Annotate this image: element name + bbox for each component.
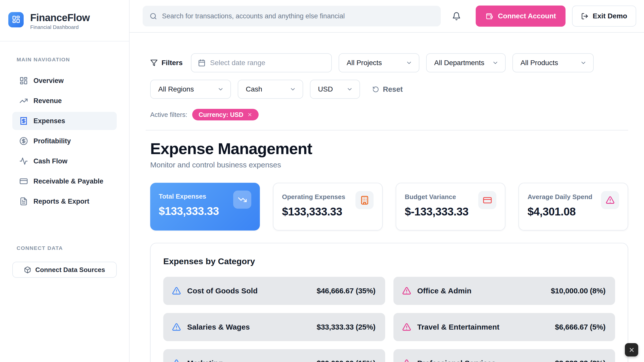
topbar-actions: Connect Account Exit Demo xyxy=(476,6,636,27)
sidebar-item-receivable-payable[interactable]: Receivable & Payable xyxy=(12,172,117,190)
sidebar-item-label: Expenses xyxy=(33,117,65,125)
date-range-input[interactable]: Select date range xyxy=(191,53,332,72)
category-row-professional-services[interactable]: Professional Services $3,333.33 (3%) xyxy=(393,349,615,362)
connect-data-sources-label: Connect Data Sources xyxy=(35,266,105,274)
search-input[interactable] xyxy=(162,12,434,20)
sidebar-item-label: Receivable & Payable xyxy=(33,177,103,185)
chevron-down-icon xyxy=(212,86,224,93)
projects-select-value: All Projects xyxy=(347,59,382,67)
connect-account-button[interactable]: Connect Account xyxy=(476,6,566,27)
departments-select[interactable]: All Departments xyxy=(426,53,506,72)
date-range-placeholder: Select date range xyxy=(210,59,265,67)
app-root: FinanceFlow Financial Dashboard MAIN NAV… xyxy=(0,0,644,362)
file-text-icon xyxy=(19,197,28,206)
alert-triangle-icon xyxy=(402,359,411,362)
currency-select[interactable]: USD xyxy=(310,80,360,99)
sidebar-item-label: Revenue xyxy=(33,97,62,105)
alert-triangle-icon xyxy=(601,191,619,209)
brand-name: FinanceFlow xyxy=(30,12,90,23)
circle-dollar-icon xyxy=(19,137,28,145)
category-row-marketing[interactable]: Marketing $20,000.00 (15%) xyxy=(163,349,385,362)
chevron-down-icon xyxy=(341,86,353,93)
sidebar-item-label: Reports & Export xyxy=(33,198,89,205)
stat-label: Operating Expenses xyxy=(282,193,345,201)
close-overlay-button[interactable] xyxy=(625,343,638,356)
connect-data-sources-button[interactable]: Connect Data Sources xyxy=(12,262,117,278)
chip-label: Currency: USD xyxy=(198,111,243,118)
regions-select-value: All Regions xyxy=(158,85,194,93)
trending-down-icon xyxy=(233,191,251,209)
stat-card-operating-expenses[interactable]: Operating Expenses $133,333.33 xyxy=(273,183,383,231)
category-row-travel-entertainment[interactable]: Travel & Entertainment $6,666.67 (5%) xyxy=(393,313,615,341)
alert-triangle-icon xyxy=(402,323,411,332)
alert-triangle-icon xyxy=(172,323,181,332)
stat-value: $133,333.33 xyxy=(159,205,219,217)
stat-value: $133,333.33 xyxy=(282,205,345,218)
calendar-icon xyxy=(198,59,206,67)
sidebar-item-label: Profitability xyxy=(33,137,71,145)
projects-select[interactable]: All Projects xyxy=(339,53,419,72)
brand-header: FinanceFlow Financial Dashboard xyxy=(0,0,129,41)
stat-value: $4,301.08 xyxy=(528,205,592,218)
chevron-down-icon xyxy=(575,60,587,66)
category-value: $20,000.00 (15%) xyxy=(317,359,376,362)
remove-filter-icon[interactable] xyxy=(247,112,252,117)
dashboard-icon xyxy=(19,76,28,85)
stat-card-budget-variance[interactable]: Budget Variance $-133,333.33 xyxy=(396,183,505,231)
currency-select-value: USD xyxy=(318,85,333,93)
category-row-cogs[interactable]: Cost of Goods Sold $46,666.67 (35%) xyxy=(163,277,385,305)
sidebar-item-reports-export[interactable]: Reports & Export xyxy=(12,192,117,210)
products-select[interactable]: All Products xyxy=(512,53,594,72)
global-search[interactable] xyxy=(143,6,441,26)
stat-label: Budget Variance xyxy=(405,193,468,201)
topbar: Connect Account Exit Demo xyxy=(130,0,644,33)
category-name: Cost of Goods Sold xyxy=(187,287,258,295)
app-logo xyxy=(8,12,24,27)
reset-filters-button[interactable]: Reset xyxy=(372,85,403,94)
stat-label: Total Expenses xyxy=(159,193,219,200)
rotate-ccw-icon xyxy=(372,86,379,93)
stat-value: $-133,333.33 xyxy=(405,205,468,218)
sidebar-item-expenses[interactable]: Expenses xyxy=(12,112,117,130)
filters-row-2: All Regions Cash USD Reset xyxy=(150,80,628,99)
sidebar-item-label: Overview xyxy=(33,77,64,85)
sidebar-item-profitability[interactable]: Profitability xyxy=(12,132,117,150)
stat-label: Average Daily Spend xyxy=(528,193,592,201)
brand-tagline: Financial Dashboard xyxy=(30,24,90,30)
category-row-salaries-wages[interactable]: Salaries & Wages $33,333.33 (25%) xyxy=(163,313,385,341)
category-name: Marketing xyxy=(187,359,223,362)
chevron-down-icon xyxy=(285,86,296,93)
alert-triangle-icon xyxy=(172,286,181,296)
credit-card-icon xyxy=(478,191,496,209)
trending-up-icon xyxy=(19,97,28,105)
active-filter-chip-currency[interactable]: Currency: USD xyxy=(192,109,259,120)
category-value: $10,000.00 (8%) xyxy=(551,287,606,295)
reset-label: Reset xyxy=(383,85,403,94)
sidebar-body: MAIN NAVIGATION Overview Revenue Expense… xyxy=(0,41,129,362)
expenses-by-category-panel: Expenses by Category Cost of Goods Sold … xyxy=(150,243,628,362)
panel-title: Expenses by Category xyxy=(163,256,615,266)
accounting-basis-select[interactable]: Cash xyxy=(238,80,303,99)
sidebar: FinanceFlow Financial Dashboard MAIN NAV… xyxy=(0,0,130,362)
filters-row-1: Filters Select date range All Projects A… xyxy=(150,53,628,72)
activity-icon xyxy=(19,157,28,165)
stat-card-average-daily-spend[interactable]: Average Daily Spend $4,301.08 xyxy=(518,183,628,231)
alert-triangle-icon xyxy=(402,286,411,296)
credit-card-icon xyxy=(19,177,28,186)
main-column: Connect Account Exit Demo Filters Select… xyxy=(130,0,644,362)
exit-demo-button[interactable]: Exit Demo xyxy=(572,6,636,27)
stat-card-total-expenses[interactable]: Total Expenses $133,333.33 xyxy=(150,183,260,231)
regions-select[interactable]: All Regions xyxy=(150,80,231,99)
brand-text: FinanceFlow Financial Dashboard xyxy=(30,12,90,30)
sidebar-item-cash-flow[interactable]: Cash Flow xyxy=(12,152,117,170)
departments-select-value: All Departments xyxy=(434,59,484,67)
category-row-office-admin[interactable]: Office & Admin $10,000.00 (8%) xyxy=(393,277,615,305)
accounting-basis-value: Cash xyxy=(246,85,262,93)
category-value: $46,666.67 (35%) xyxy=(317,287,376,295)
stat-cards-row: Total Expenses $133,333.33 Operating Exp… xyxy=(150,183,628,231)
notifications-button[interactable] xyxy=(450,10,462,22)
connect-section-heading: CONNECT DATA xyxy=(17,245,117,251)
sidebar-item-overview[interactable]: Overview xyxy=(12,72,117,90)
package-icon xyxy=(24,266,31,274)
sidebar-item-revenue[interactable]: Revenue xyxy=(12,92,117,110)
